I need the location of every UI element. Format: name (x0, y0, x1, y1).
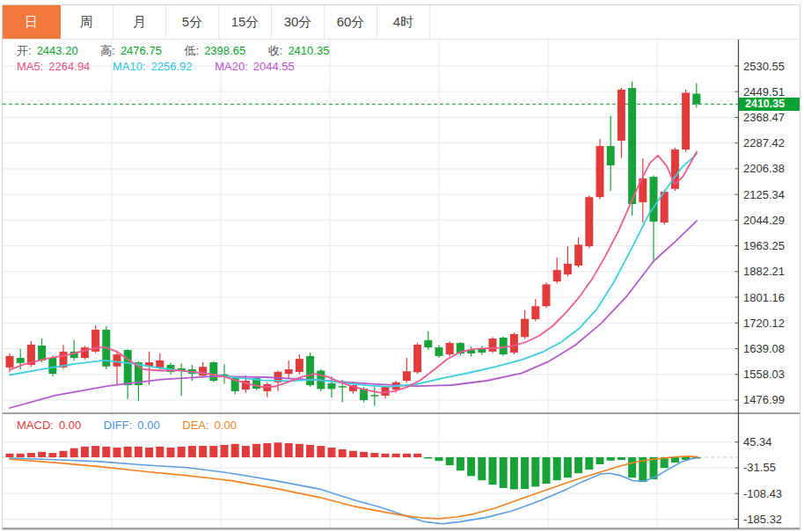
macd-bar[interactable] (585, 457, 593, 470)
candle[interactable] (500, 338, 508, 354)
macd-bar[interactable] (510, 457, 518, 489)
candle[interactable] (553, 270, 561, 281)
tab-week[interactable]: 周 (61, 5, 113, 39)
candle[interactable] (596, 146, 604, 197)
candle[interactable] (328, 383, 336, 389)
macd-bar[interactable] (38, 452, 46, 457)
macd-bar[interactable] (574, 457, 582, 473)
candle[interactable] (296, 359, 303, 372)
macd-bar[interactable] (339, 449, 347, 457)
candle[interactable] (424, 340, 432, 347)
macd-bar[interactable] (564, 457, 572, 477)
macd-bar[interactable] (178, 447, 186, 457)
macd-bar[interactable] (521, 457, 529, 489)
macd-bar[interactable] (167, 448, 175, 457)
tab-15min[interactable]: 15分 (219, 5, 272, 39)
macd-bar[interactable] (403, 454, 411, 457)
macd-bar[interactable] (392, 454, 400, 457)
macd-bar[interactable] (349, 451, 357, 457)
candle[interactable] (543, 284, 551, 306)
macd-bar[interactable] (252, 444, 260, 457)
macd-bar[interactable] (500, 457, 508, 488)
macd-bar[interactable] (296, 444, 303, 457)
candle[interactable] (38, 346, 46, 361)
macd-bar[interactable] (328, 448, 336, 457)
tab-month[interactable]: 月 (113, 5, 166, 39)
macd-bar[interactable] (607, 457, 615, 461)
candle[interactable] (113, 354, 121, 367)
candle[interactable] (682, 92, 690, 149)
tab-4hour[interactable]: 4时 (377, 5, 430, 39)
macd-bar[interactable] (317, 446, 325, 457)
macd-bar[interactable] (27, 453, 35, 457)
candle[interactable] (6, 356, 14, 368)
macd-bar[interactable] (446, 457, 454, 465)
macd-bar[interactable] (188, 446, 196, 457)
candle[interactable] (209, 362, 217, 381)
macd-bar[interactable] (531, 457, 539, 486)
kline-chart[interactable]: 2530.552449.512368.472287.422206.382125.… (3, 40, 800, 530)
macd-bar[interactable] (263, 443, 271, 457)
macd-bar[interactable] (6, 454, 14, 457)
macd-bar[interactable] (413, 454, 421, 457)
macd-bar[interactable] (221, 445, 229, 457)
candle[interactable] (306, 356, 314, 385)
macd-bar[interactable] (457, 457, 464, 470)
macd-bar[interactable] (242, 446, 250, 457)
chart-area[interactable]: 2530.552449.512368.472287.422206.382125.… (3, 40, 800, 530)
macd-bar[interactable] (382, 454, 390, 457)
macd-bar[interactable] (467, 457, 475, 476)
macd-bar[interactable] (478, 457, 486, 480)
macd-bar[interactable] (124, 447, 132, 457)
tab-60min[interactable]: 60分 (325, 5, 377, 39)
candle[interactable] (478, 349, 486, 353)
macd-bar[interactable] (596, 457, 604, 464)
tab-day[interactable]: 日 (3, 5, 61, 39)
candle[interactable] (618, 90, 625, 141)
macd-bar[interactable] (435, 457, 443, 461)
candle[interactable] (692, 94, 700, 105)
macd-bar[interactable] (102, 447, 110, 457)
macd-bar[interactable] (618, 457, 625, 460)
macd-bar[interactable] (60, 451, 68, 457)
macd-bar[interactable] (543, 457, 551, 484)
macd-bar[interactable] (48, 453, 56, 457)
macd-bar[interactable] (489, 457, 497, 485)
macd-bar[interactable] (145, 448, 153, 457)
candle[interactable] (435, 347, 443, 356)
macd-bar[interactable] (231, 444, 239, 457)
candle[interactable] (403, 371, 411, 381)
macd-bar[interactable] (360, 452, 368, 457)
macd-bar[interactable] (81, 447, 89, 457)
candle[interactable] (564, 264, 572, 274)
candle[interactable] (607, 146, 615, 165)
candle[interactable] (628, 88, 636, 204)
macd-bar[interactable] (91, 446, 99, 457)
candle[interactable] (446, 343, 454, 354)
candle[interactable] (510, 334, 518, 353)
candle[interactable] (285, 369, 293, 374)
macd-bar[interactable] (70, 448, 78, 457)
candle[interactable] (17, 358, 25, 363)
candle[interactable] (585, 197, 593, 246)
macd-bar[interactable] (424, 457, 432, 459)
macd-bar[interactable] (370, 453, 378, 457)
macd-bar[interactable] (628, 457, 636, 477)
macd-bar[interactable] (274, 442, 282, 457)
candle[interactable] (413, 345, 421, 372)
macd-bar[interactable] (156, 447, 164, 457)
macd-bar[interactable] (135, 447, 143, 457)
candle[interactable] (650, 177, 658, 222)
macd-bar[interactable] (553, 457, 561, 480)
candle[interactable] (48, 358, 56, 374)
tab-5min[interactable]: 5分 (166, 5, 219, 39)
candle[interactable] (124, 350, 132, 385)
candle[interactable] (370, 395, 378, 397)
candle[interactable] (574, 244, 582, 266)
candle[interactable] (339, 386, 347, 388)
candle[interactable] (521, 319, 529, 338)
macd-bar[interactable] (113, 448, 121, 457)
macd-bar[interactable] (199, 446, 207, 457)
macd-bar[interactable] (209, 446, 217, 457)
macd-bar[interactable] (671, 457, 679, 463)
